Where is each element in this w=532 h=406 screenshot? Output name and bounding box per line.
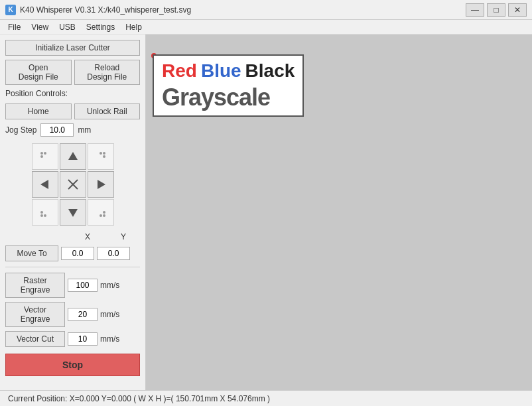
main-layout: Initialize Laser Cutter Open Design File… bbox=[0, 34, 532, 390]
jog-lower-left[interactable] bbox=[32, 199, 58, 226]
close-button[interactable]: ✕ bbox=[508, 3, 527, 17]
menu-bar: File View USB Settings Help bbox=[0, 20, 532, 34]
menu-help[interactable]: Help bbox=[120, 21, 147, 33]
svg-point-12 bbox=[40, 214, 43, 217]
preview-text-black: Black bbox=[245, 61, 295, 82]
jog-upper-left[interactable] bbox=[32, 143, 58, 170]
x-axis-label: X bbox=[71, 232, 104, 241]
raster-engrave-unit: mm/s bbox=[100, 281, 119, 290]
svg-point-13 bbox=[44, 214, 46, 217]
raster-engrave-row: Raster Engrave mm/s bbox=[5, 273, 140, 298]
divider-1 bbox=[5, 267, 140, 267]
app-icon: K bbox=[5, 5, 16, 15]
svg-point-6 bbox=[103, 155, 105, 158]
svg-marker-7 bbox=[40, 180, 48, 189]
svg-point-1 bbox=[44, 152, 46, 155]
y-coord-input[interactable] bbox=[97, 247, 130, 260]
home-button[interactable]: Home bbox=[5, 103, 72, 119]
window-controls: — □ ✕ bbox=[466, 3, 527, 17]
jog-step-unit: mm bbox=[78, 125, 91, 135]
vector-cut-button[interactable]: Vector Cut bbox=[5, 331, 65, 347]
jog-step-row: Jog Step mm bbox=[5, 123, 140, 137]
home-unlock-row: Home Unlock Rail bbox=[5, 103, 140, 119]
reload-design-button[interactable]: Reload Design File bbox=[74, 60, 141, 85]
x-coord-input[interactable] bbox=[61, 247, 94, 260]
preview-box: Red Blue Black Grayscale bbox=[153, 54, 304, 117]
svg-point-15 bbox=[100, 214, 102, 217]
svg-point-5 bbox=[103, 152, 105, 155]
status-bar: Current Position: X=0.000 Y=0.000 ( W X … bbox=[0, 390, 532, 406]
svg-marker-10 bbox=[98, 180, 105, 189]
jog-center-button[interactable] bbox=[60, 171, 86, 198]
preview-line-1: Red Blue Black bbox=[162, 61, 295, 82]
raster-engrave-speed-input[interactable] bbox=[68, 279, 98, 292]
svg-point-17 bbox=[103, 211, 105, 214]
minimize-button[interactable]: — bbox=[466, 3, 484, 17]
jog-down-button[interactable] bbox=[60, 199, 86, 226]
jog-upper-right[interactable] bbox=[88, 143, 114, 170]
jog-step-label: Jog Step bbox=[5, 125, 36, 135]
jog-right-button[interactable] bbox=[88, 171, 114, 198]
move-to-button[interactable]: Move To bbox=[5, 245, 58, 261]
open-design-button[interactable]: Open Design File bbox=[5, 60, 72, 85]
vector-cut-speed-input[interactable] bbox=[68, 332, 98, 346]
stop-button[interactable]: Stop bbox=[5, 354, 140, 376]
left-panel: Initialize Laser Cutter Open Design File… bbox=[0, 34, 146, 390]
menu-usb[interactable]: USB bbox=[54, 21, 81, 33]
title-bar: K K40 Whisperer V0.31 X:/k40_whisperer_t… bbox=[0, 0, 532, 20]
svg-point-4 bbox=[100, 152, 102, 155]
y-axis-label: Y bbox=[107, 232, 140, 241]
menu-file[interactable]: File bbox=[3, 21, 26, 33]
svg-marker-14 bbox=[68, 209, 78, 217]
vector-engrave-speed-input[interactable] bbox=[68, 308, 98, 321]
preview-text-blue: Blue bbox=[201, 61, 241, 82]
vector-cut-row: Vector Cut mm/s bbox=[5, 331, 140, 347]
jog-left-button[interactable] bbox=[32, 171, 58, 198]
svg-marker-3 bbox=[68, 152, 78, 160]
raster-engrave-button[interactable]: Raster Engrave bbox=[5, 273, 65, 298]
maximize-button[interactable]: □ bbox=[487, 3, 505, 17]
jog-grid bbox=[5, 143, 140, 226]
preview-text-red: Red bbox=[162, 61, 197, 82]
menu-view[interactable]: View bbox=[26, 21, 54, 33]
file-buttons-row: Open Design File Reload Design File bbox=[5, 60, 140, 85]
position-controls-label: Position Controls: bbox=[5, 89, 140, 98]
unlock-rail-button[interactable]: Unlock Rail bbox=[74, 103, 141, 119]
canvas-area: Red Blue Black Grayscale bbox=[146, 34, 532, 390]
svg-point-0 bbox=[40, 152, 43, 155]
jog-lower-right[interactable] bbox=[88, 199, 114, 226]
vector-cut-unit: mm/s bbox=[100, 334, 119, 344]
title-text: K40 Whisperer V0.31 X:/k40_whisperer_tes… bbox=[20, 5, 466, 15]
svg-point-2 bbox=[40, 155, 43, 158]
initialize-button[interactable]: Initialize Laser Cutter bbox=[5, 40, 140, 56]
jog-up-button[interactable] bbox=[60, 143, 86, 170]
menu-settings[interactable]: Settings bbox=[81, 21, 120, 33]
svg-point-11 bbox=[40, 211, 43, 214]
vector-engrave-row: Vector Engrave mm/s bbox=[5, 302, 140, 327]
vector-engrave-button[interactable]: Vector Engrave bbox=[5, 302, 65, 327]
svg-point-16 bbox=[103, 214, 105, 217]
status-text: Current Position: X=0.000 Y=0.000 ( W X … bbox=[8, 394, 270, 403]
vector-engrave-unit: mm/s bbox=[100, 310, 119, 319]
move-to-row: Move To bbox=[5, 245, 140, 261]
preview-text-grayscale: Grayscale bbox=[162, 84, 295, 111]
jog-step-input[interactable] bbox=[40, 123, 74, 137]
